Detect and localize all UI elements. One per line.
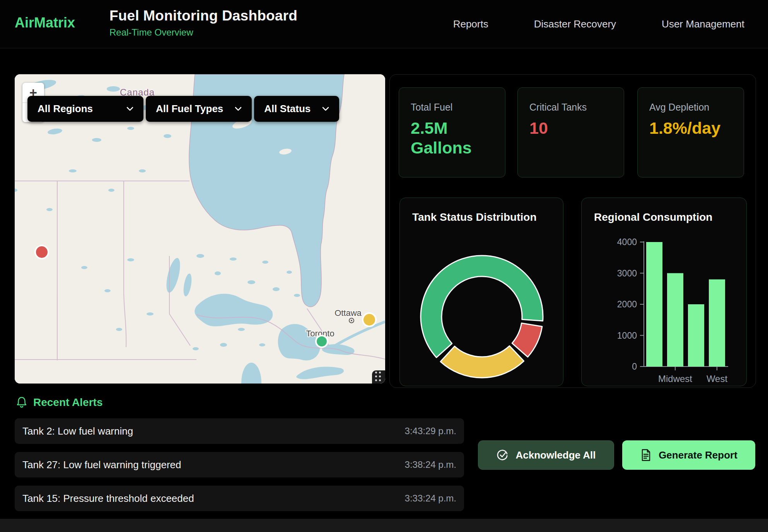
status-filter-value: All Status: [264, 103, 311, 115]
stat-value: 2.5M Gallons: [411, 118, 488, 157]
stat-label: Avg Depletion: [649, 102, 732, 113]
alert-text: Tank 15: Pressure threshold exceeded: [22, 493, 194, 505]
x-axis-tick-label: Midwest: [658, 373, 692, 384]
regional-consumption-chart-card: Regional Consumption 01000200030004000Mi…: [581, 198, 747, 386]
dashboard-root: AirMatrix Fuel Monitoring Dashboard Real…: [0, 0, 768, 532]
chevron-down-icon: [322, 107, 329, 111]
top-header: AirMatrix Fuel Monitoring Dashboard Real…: [0, 0, 768, 48]
acknowledge-all-button[interactable]: Acknowledge All: [478, 440, 614, 470]
recent-alerts-header: Recent Alerts: [15, 396, 102, 409]
fuel-type-filter-dropdown[interactable]: All Fuel Types: [146, 96, 252, 122]
fuel-type-filter-value: All Fuel Types: [156, 103, 223, 115]
stat-label: Total Fuel: [411, 102, 493, 113]
bar-region-2: [688, 304, 704, 367]
y-axis-tick-label: 2000: [617, 299, 637, 309]
map-filters: All Regions All Fuel Types All Status: [27, 96, 339, 122]
chevron-down-icon: [235, 107, 242, 111]
donut-segment-warning: [440, 346, 524, 378]
grip-dots-icon: [375, 372, 381, 382]
stat-label: Critical Tanks: [529, 102, 612, 113]
check-circle-icon: [496, 449, 509, 461]
bottom-scrollbar-track: [0, 519, 768, 532]
brand-logo[interactable]: AirMatrix: [15, 15, 75, 31]
alert-time: 3:38:24 p.m.: [405, 459, 456, 470]
page-title: Fuel Monitoring Dashboard: [109, 8, 297, 24]
alert-text: Tank 27: Low fuel warning triggered: [22, 459, 181, 471]
fuel-map[interactable]: Canada Ottawa Toronto New York + − All R…: [15, 74, 385, 384]
region-filter-dropdown[interactable]: All Regions: [27, 96, 143, 122]
generate-report-label: Generate Report: [659, 449, 737, 461]
y-axis-tick-label: 4000: [617, 237, 637, 247]
tank-marker-warning[interactable]: [363, 313, 376, 326]
metrics-panel: Total Fuel 2.5M Gallons Critical Tanks 1…: [389, 74, 756, 388]
region-filter-value: All Regions: [38, 103, 93, 115]
alert-time: 3:43:29 p.m.: [405, 426, 456, 437]
alert-row: Tank 2: Low fuel warning 3:43:29 p.m.: [15, 418, 464, 444]
title-block: Fuel Monitoring Dashboard Real-Time Over…: [109, 8, 297, 38]
alert-row: Tank 15: Pressure threshold exceeded 3:3…: [15, 486, 464, 511]
nav-reports[interactable]: Reports: [453, 18, 488, 30]
stat-card-avg-depletion: Avg Depletion 1.8%/day: [637, 87, 744, 177]
alert-text: Tank 2: Low fuel warning: [22, 425, 133, 437]
alert-row: Tank 27: Low fuel warning triggered 3:38…: [15, 452, 464, 477]
tank-marker-normal[interactable]: [316, 336, 328, 347]
alert-time: 3:33:24 p.m.: [405, 493, 456, 504]
bell-icon: [15, 396, 28, 409]
x-axis-tick-label: West: [707, 373, 728, 384]
y-axis-tick-label: 1000: [617, 331, 637, 341]
map-label-ottawa: Ottawa: [335, 308, 362, 318]
chevron-down-icon: [126, 107, 133, 111]
acknowledge-all-label: Acknowledge All: [515, 449, 596, 461]
tank-status-chart-card: Tank Status Distribution: [399, 198, 563, 386]
report-document-icon: [640, 448, 652, 462]
nav-disaster-recovery[interactable]: Disaster Recovery: [534, 18, 616, 30]
stat-card-total-fuel: Total Fuel 2.5M Gallons: [399, 87, 505, 177]
y-axis-tick-label: 3000: [617, 268, 637, 278]
donut-segment-critical: [512, 323, 542, 357]
page-subtitle: Real-Time Overview: [109, 27, 297, 38]
regional-consumption-bar-chart: 01000200030004000MidwestWest: [582, 198, 747, 387]
tank-marker-critical[interactable]: [35, 246, 48, 259]
stat-value: 10: [529, 118, 607, 138]
bar-region-1: [667, 273, 683, 367]
main-nav: Reports Disaster Recovery User Managemen…: [453, 0, 744, 48]
generate-report-button[interactable]: Generate Report: [622, 440, 755, 470]
stat-value: 1.8%/day: [649, 118, 727, 138]
bar-region-0: [646, 242, 662, 367]
y-axis-tick-label: 0: [632, 361, 637, 372]
map-resize-handle[interactable]: [372, 370, 385, 384]
bar-region-3: [709, 280, 725, 367]
stat-card-critical-tanks: Critical Tanks 10: [517, 87, 624, 177]
tank-status-donut-chart: [400, 198, 564, 387]
recent-alerts-title: Recent Alerts: [33, 396, 102, 409]
status-filter-dropdown[interactable]: All Status: [254, 96, 339, 122]
nav-user-management[interactable]: User Management: [662, 18, 744, 30]
